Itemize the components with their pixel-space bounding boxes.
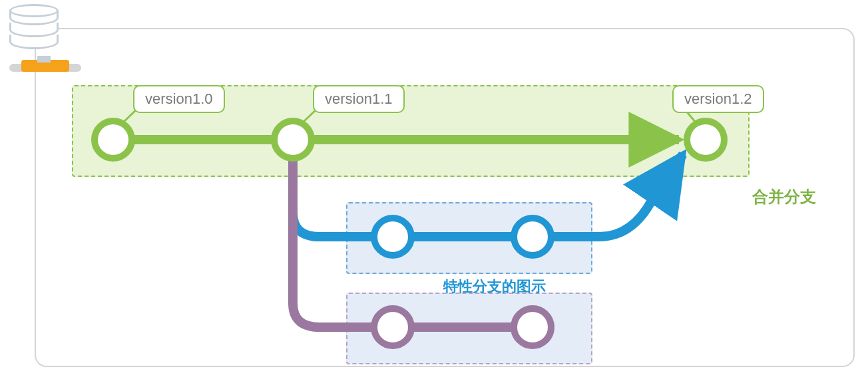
version-tag-3: version1.2 xyxy=(672,85,764,113)
feature-label: 特性分支的图示 xyxy=(443,277,546,297)
version-tag-2: version1.1 xyxy=(313,85,405,113)
diagram-canvas: version1.0 version1.1 version1.2 合并分支 特性… xyxy=(0,0,868,387)
database-icon xyxy=(9,4,59,53)
feature-branch-region xyxy=(346,202,592,274)
version-tag-1: version1.0 xyxy=(133,85,225,113)
second-feature-region xyxy=(346,293,592,364)
merge-label: 合并分支 xyxy=(752,186,816,207)
